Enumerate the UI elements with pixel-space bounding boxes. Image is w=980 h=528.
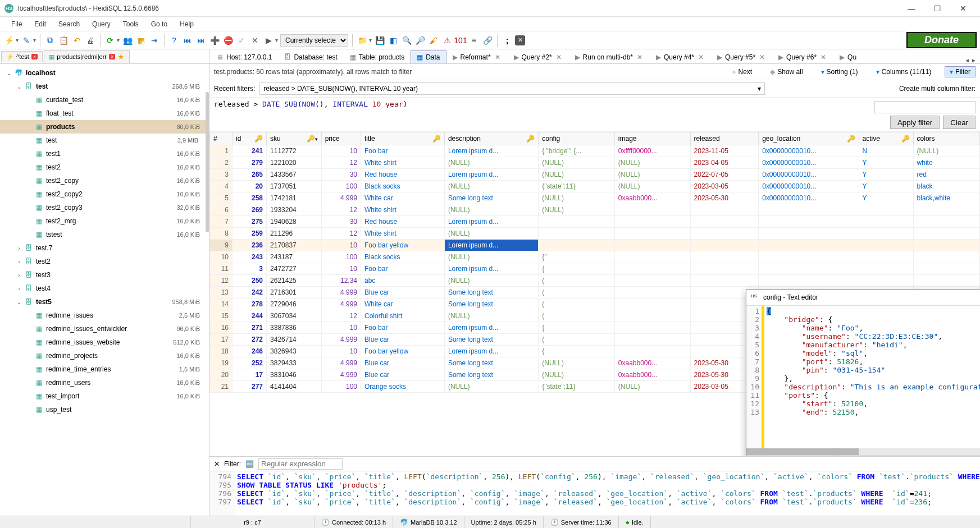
table-tools-icon[interactable]: ▦ — [135, 35, 147, 46]
tab-host-127-0-0-1[interactable]: 🖥Host: 127.0.0.1 — [211, 50, 278, 63]
col-sku[interactable]: sku🔑▾ — [267, 132, 322, 145]
text-editor-popup[interactable]: HS config - Text editor — ☐ ✕ 1234567891… — [746, 289, 980, 456]
tree-db-test3[interactable]: ›🗄test3 — [0, 268, 209, 282]
columns-button[interactable]: ▾ Columns (11/11) — [872, 67, 936, 77]
tree-table-redmine_time_entries[interactable]: ▦redmine_time_entries1,5 MiB — [0, 362, 209, 376]
tree-table-test2_mrg[interactable]: ▦test2_mrg16,0 KiB — [0, 214, 209, 228]
tab-scroll-right[interactable]: ► — [971, 57, 977, 63]
scrollbar[interactable] — [206, 92, 209, 232]
multi-column-input[interactable] — [874, 101, 976, 113]
col-config[interactable]: config — [539, 132, 615, 145]
col-geo_location[interactable]: geo_location🔑 — [759, 132, 859, 145]
close-icon[interactable]: × — [109, 54, 115, 59]
menu-tools[interactable]: Tools — [117, 18, 144, 30]
wrap-icon[interactable]: ≡ — [468, 35, 480, 46]
close-tab-icon[interactable]: ✕ — [555, 53, 563, 61]
tree-table-redmine_issues_entwickler[interactable]: ▦redmine_issues_entwickler96,0 KiB — [0, 322, 209, 336]
tree-table-curdate_test[interactable]: ▦curdate_test16,0 KiB — [0, 93, 209, 107]
text-editor-titlebar[interactable]: HS config - Text editor — ☐ ✕ — [746, 290, 980, 305]
tree-table-usp_test[interactable]: ▦usp_test — [0, 403, 209, 416]
tab-query-5-[interactable]: ▶Query #5*✕ — [711, 50, 772, 63]
close-tab-icon[interactable]: ✕ — [819, 53, 827, 61]
save-icon[interactable]: 💾 — [374, 35, 385, 46]
close-filter-icon[interactable]: ✕ — [214, 460, 220, 468]
col-id[interactable]: id🔑 — [233, 132, 267, 145]
table-row[interactable]: 10 243 243187 100 Black socks (NULL) {" — [210, 251, 980, 263]
next-icon[interactable]: ⏭ — [195, 35, 207, 46]
table-row[interactable]: 11 3 2472727 10 Foo bar Lorem ipsum d...… — [210, 263, 980, 275]
col-description[interactable]: description🔑 — [444, 132, 538, 145]
user-manager-icon[interactable]: 👥 — [122, 35, 133, 46]
menu-search[interactable]: Search — [53, 18, 85, 30]
tree-table-test1[interactable]: ▦test116,0 KiB — [0, 147, 209, 160]
commit-icon[interactable]: ✓ — [236, 35, 247, 46]
refresh-icon[interactable]: ⟳ — [104, 35, 116, 46]
menu-file[interactable]: File — [6, 18, 28, 30]
zoom-in-icon[interactable]: 🔍+ — [833, 456, 844, 457]
col-price[interactable]: price — [321, 132, 361, 145]
semicolon-icon[interactable]: ; — [502, 35, 513, 46]
minimize-button[interactable]: — — [904, 4, 919, 13]
paste-icon[interactable]: 📋 — [58, 35, 69, 46]
connect-icon[interactable]: ⚡ — [3, 35, 15, 46]
data-grid-wrap[interactable]: #id🔑sku🔑▾pricetitle🔑description🔑configim… — [209, 132, 980, 456]
table-row[interactable]: 1 241 1112772 10 Foo bar Lorem ipsum d..… — [210, 145, 980, 157]
col-colors[interactable]: colors — [913, 132, 979, 145]
tree-table-redmine_issues[interactable]: ▦redmine_issues2,5 MiB — [0, 309, 209, 322]
tab-scroll-left[interactable]: ◄ — [964, 57, 970, 63]
tab-reformat-[interactable]: ▶Reformat*✕ — [446, 50, 508, 63]
tab-query-6-[interactable]: ▶Query #6*✕ — [772, 50, 833, 63]
add-icon[interactable]: ➕ — [209, 35, 220, 46]
find-icon[interactable]: 🔍 — [401, 35, 412, 46]
menu-query[interactable]: Query — [86, 18, 116, 30]
snippet-icon[interactable]: ◧ — [388, 35, 399, 46]
favorite-icon[interactable]: ★ — [117, 52, 125, 61]
col-active[interactable]: active🔑 — [859, 132, 913, 145]
close-tab-icon[interactable]: ✕ — [636, 53, 644, 61]
table-row[interactable]: 6 269 1933204 12 White shirt (NULL) (NUL… — [210, 204, 980, 216]
tab-run-on-multi-db-[interactable]: ▶Run on multi-db*✕ — [569, 50, 650, 63]
tree-table-redmine_issues_website[interactable]: ▦redmine_issues_website512,0 KiB — [0, 336, 209, 349]
table-row[interactable]: 2 279 1221020 12 White shirt (NULL) (NUL… — [210, 157, 980, 169]
database-tree[interactable]: ⌄🐬localhost⌄🗄test268,6 MiB▦curdate_test1… — [0, 64, 209, 516]
tab-data[interactable]: ▦Data — [411, 50, 446, 63]
sql-log[interactable]: 794795796797 SELECT `id`, `sku`, `price`… — [209, 471, 980, 516]
prev-icon[interactable]: ⏮ — [182, 35, 193, 46]
donate-button[interactable]: Donate — [906, 32, 977, 48]
close-button[interactable]: ✕ — [955, 4, 971, 13]
sorting-button[interactable]: ▾ Sorting (1) — [817, 67, 863, 77]
run-icon[interactable]: ▶ — [263, 35, 274, 46]
tab-query-4-[interactable]: ▶Query #4*✕ — [650, 50, 711, 63]
tree-table-test_import[interactable]: ▦test_import16,0 KiB — [0, 389, 209, 403]
clear-filter-button[interactable]: Clear — [943, 116, 976, 129]
reformat-icon[interactable]: 🖌 — [428, 35, 439, 46]
print-icon[interactable]: 🖨 — [85, 35, 96, 46]
tab-table-products[interactable]: ▦Table: products — [344, 50, 411, 63]
next-button[interactable]: » Next — [728, 67, 756, 77]
filter-button[interactable]: ▾ Filter — [945, 66, 976, 77]
session-tab-test[interactable]: ⚡^test× — [1, 51, 43, 62]
delete-icon[interactable]: ⛔ — [222, 35, 234, 46]
tree-db-test[interactable]: ⌄🗄test268,6 MiB — [0, 80, 209, 93]
tree-table-test2_copy[interactable]: ▦test2_copy16,0 KiB — [0, 174, 209, 187]
tree-table-redmine_users[interactable]: ▦redmine_users16,0 KiB — [0, 376, 209, 389]
stop-icon[interactable]: ✕ — [515, 35, 525, 45]
tree-table-test2_copy3[interactable]: ▦test2_copy332,0 KiB — [0, 201, 209, 214]
warn-icon[interactable]: ⚠ — [441, 35, 453, 46]
code-area[interactable]: { "bridge": { "name": "Foo", "username":… — [764, 306, 980, 448]
close-tab-icon[interactable]: ✕ — [697, 53, 705, 61]
show-all-button[interactable]: ◆ Show all — [765, 67, 807, 77]
regex-filter-input[interactable] — [258, 458, 343, 470]
table-row[interactable]: 12 250 2621425 12,34 abc (NULL) ( — [210, 275, 980, 287]
tree-db-test5[interactable]: ⌄🗄test5958,8 MiB — [0, 295, 209, 309]
col-#[interactable]: # — [210, 132, 233, 145]
replace-icon[interactable]: 🔎 — [414, 35, 426, 46]
linked-icon[interactable]: 🔗 — [482, 35, 493, 46]
table-row[interactable]: 4 20 1737051 100 Black socks (NULL) {"st… — [210, 181, 980, 192]
menu-edit[interactable]: Edit — [29, 18, 52, 30]
tree-db-test.7[interactable]: ›🗄test.7 — [0, 241, 209, 255]
table-row[interactable]: 3 265 1433567 30 Red house Lorem ipsum d… — [210, 169, 980, 181]
table-row[interactable]: 8 259 211296 12 White shirt (NULL) — [210, 228, 980, 240]
binary-icon[interactable]: 101 — [455, 35, 466, 46]
undo-icon[interactable]: ↶ — [71, 35, 83, 46]
